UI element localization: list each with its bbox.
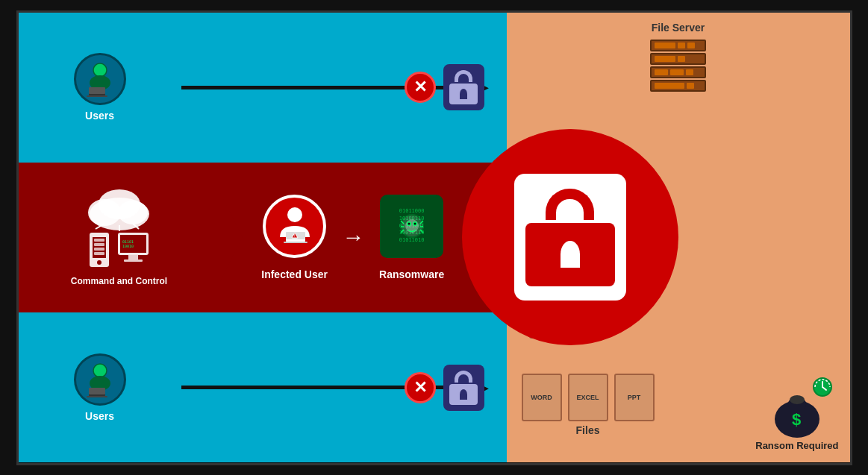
lock-icon-bot xyxy=(443,365,484,411)
main-diagram: Users ▶ ✕ File Server xyxy=(16,10,852,465)
file-server-icon xyxy=(650,40,706,92)
svg-point-43 xyxy=(93,364,107,377)
svg-point-32 xyxy=(405,219,419,233)
bot-row: Users ▶ ✕ PNG WORD xyxy=(19,312,850,462)
ransomware-item: 0101100010100110011010011001011001011010 xyxy=(379,195,444,280)
big-lock-icon xyxy=(514,174,626,301)
svg-point-35 xyxy=(408,223,410,225)
svg-rect-28 xyxy=(284,242,307,243)
svg-rect-22 xyxy=(124,259,143,262)
svg-point-25 xyxy=(287,207,302,222)
svg-rect-16 xyxy=(94,248,104,251)
files-area: WORD EXCEL PPT Files xyxy=(522,374,655,436)
blocked-icon-bot: ✕ xyxy=(405,372,436,403)
word-file: WORD xyxy=(522,374,562,421)
svg-rect-3 xyxy=(89,87,105,94)
top-arrow-area: ▶ ✕ xyxy=(181,13,507,163)
mid-arrow-1: → xyxy=(343,224,365,250)
lock-icon-top xyxy=(443,64,484,110)
ransom-bag-icon: $ xyxy=(767,380,827,440)
bot-user-label: Users xyxy=(85,410,114,422)
svg-rect-47 xyxy=(87,396,107,397)
ppt-file: PPT xyxy=(614,374,655,421)
top-user-icon xyxy=(74,53,126,105)
bot-user-panel: Users xyxy=(19,312,181,462)
top-user-panel: Users xyxy=(19,13,181,163)
c2-cloud-icon: 01101 10010 xyxy=(82,188,157,268)
infected-user-icon: ! xyxy=(263,195,326,258)
svg-rect-15 xyxy=(94,243,104,246)
svg-text:$: $ xyxy=(792,410,801,429)
svg-point-0 xyxy=(93,63,107,77)
top-user-label: Users xyxy=(85,110,114,122)
svg-rect-4 xyxy=(87,95,107,97)
bot-arrow-area: ▶ ✕ xyxy=(181,312,507,462)
mid-row: 01101 10010 Command and Control xyxy=(19,163,850,312)
blocked-icon-top: ✕ xyxy=(405,72,436,103)
svg-rect-46 xyxy=(89,388,105,394)
svg-point-50 xyxy=(790,395,805,404)
svg-point-8 xyxy=(99,189,140,219)
excel-file: EXCEL xyxy=(568,374,608,421)
svg-point-36 xyxy=(413,223,416,225)
files-label: Files xyxy=(576,424,600,436)
ransomware-label: Ransomware xyxy=(379,268,444,280)
clock-icon xyxy=(812,377,833,397)
svg-rect-14 xyxy=(94,239,104,242)
right-panel-mid xyxy=(507,163,850,312)
ransom-label: Ransom Required xyxy=(755,440,838,451)
svg-text:10010: 10010 xyxy=(122,244,134,248)
ransom-bag-area: $ Ransom Required xyxy=(755,380,838,451)
c2-label: Command and Control xyxy=(71,276,167,286)
bot-user-icon xyxy=(74,353,126,406)
c2-panel: 01101 10010 Command and Control xyxy=(19,163,220,312)
files-row: WORD EXCEL PPT xyxy=(522,374,655,421)
big-red-circle xyxy=(462,129,678,345)
ransomware-icon: 0101100010100110011010011001011001011010 xyxy=(380,195,443,258)
svg-rect-17 xyxy=(94,252,104,255)
svg-rect-21 xyxy=(128,255,138,259)
top-row: Users ▶ ✕ File Server xyxy=(19,13,850,163)
svg-point-18 xyxy=(97,260,102,265)
infected-user-item: ! Infected User xyxy=(261,195,328,280)
infected-user-label: Infected User xyxy=(261,268,328,280)
file-server-label: File Server xyxy=(652,22,705,34)
